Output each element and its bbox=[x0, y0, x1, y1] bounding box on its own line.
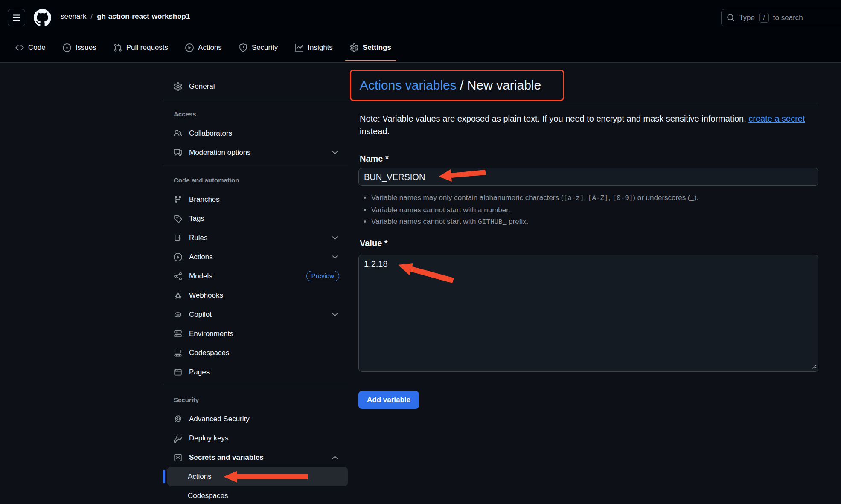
subhead-divider bbox=[358, 105, 818, 105]
search-box[interactable]: Type / to search bbox=[721, 9, 841, 26]
textarea-resize-handle[interactable] bbox=[811, 363, 817, 369]
global-nav-menu-button[interactable] bbox=[8, 9, 25, 26]
sidebar-item-label: Environments bbox=[189, 330, 233, 338]
title-current: New variable bbox=[467, 78, 541, 92]
sidebar-item-label: Pages bbox=[189, 368, 210, 377]
tab-label: Pull requests bbox=[126, 43, 168, 52]
play-icon bbox=[185, 43, 194, 52]
sidebar-item-collaborators[interactable]: Collaborators bbox=[162, 124, 350, 143]
sidebar-item-label: General bbox=[189, 82, 215, 91]
sidebar-item-moderation-options[interactable]: Moderation options bbox=[162, 143, 350, 162]
actions-variables-link[interactable]: Actions variables bbox=[360, 78, 457, 92]
ai-model-icon bbox=[174, 272, 182, 281]
people-icon bbox=[174, 129, 182, 138]
server-icon bbox=[174, 330, 182, 338]
key-icon bbox=[174, 434, 182, 443]
gear-icon bbox=[174, 82, 182, 91]
graph-icon bbox=[295, 43, 303, 52]
chevron-down-icon bbox=[331, 253, 339, 261]
codespaces-icon bbox=[174, 349, 182, 357]
add-variable-button[interactable]: Add variable bbox=[358, 391, 419, 409]
sidebar-item-label: Branches bbox=[189, 195, 220, 204]
sidebar-item-label: Codespaces bbox=[189, 349, 230, 357]
sidebar-item-label: Models bbox=[189, 272, 212, 281]
tab-label: Issues bbox=[76, 43, 96, 52]
sidebar-item-tags[interactable]: Tags bbox=[162, 209, 350, 228]
chevron-down-icon bbox=[331, 234, 339, 242]
repo-nav: CodeIssuesPull requestsActionsSecurityIn… bbox=[0, 33, 841, 63]
sidebar-item-rules[interactable]: Rules bbox=[162, 228, 350, 247]
variable-name-input[interactable] bbox=[358, 168, 818, 186]
name-field-label: Name * bbox=[360, 154, 818, 164]
sidebar-item-models[interactable]: ModelsPreview bbox=[162, 266, 350, 286]
app-header: seenark / gh-action-react-workshop1 Type… bbox=[0, 0, 841, 33]
sidebar-item-label: Codespaces bbox=[188, 492, 228, 500]
sidebar-item-general[interactable]: General bbox=[162, 77, 350, 96]
tab-label: Code bbox=[28, 43, 46, 52]
sidebar-item-pages[interactable]: Pages bbox=[162, 362, 350, 382]
search-placeholder-suffix: to search bbox=[773, 14, 803, 22]
breadcrumb: seenark / gh-action-react-workshop1 bbox=[61, 0, 190, 33]
sidebar-divider bbox=[163, 165, 348, 165]
sidebar-item-actions[interactable]: Actions bbox=[162, 247, 350, 266]
value-field-label: Value * bbox=[360, 238, 818, 248]
sidebar-item-webhooks[interactable]: Webhooks bbox=[162, 286, 350, 305]
sidebar-subitem-actions[interactable]: Actions bbox=[167, 467, 348, 486]
tab-label: Security bbox=[252, 43, 278, 52]
shield-icon bbox=[239, 43, 247, 52]
sidebar-item-environments[interactable]: Environments bbox=[162, 324, 350, 343]
sidebar-item-label: Collaborators bbox=[189, 129, 232, 138]
sidebar-subitem-codespaces[interactable]: Codespaces bbox=[167, 486, 348, 504]
git-branch-icon bbox=[174, 195, 182, 204]
sidebar-item-codespaces[interactable]: Codespaces bbox=[162, 343, 350, 362]
tab-pull-requests[interactable]: Pull requests bbox=[107, 39, 175, 56]
tab-actions[interactable]: Actions bbox=[178, 39, 229, 56]
tab-security[interactable]: Security bbox=[232, 39, 285, 56]
note-text: Note: Variable values are exposed as pla… bbox=[360, 114, 748, 123]
sidebar-item-label: Deploy keys bbox=[189, 434, 229, 443]
sidebar-item-deploy-keys[interactable]: Deploy keys bbox=[162, 429, 350, 448]
breadcrumb-owner[interactable]: seenark bbox=[61, 12, 86, 21]
plain-text-note: Note: Variable values are exposed as pla… bbox=[360, 112, 818, 138]
sidebar-item-copilot[interactable]: Copilot bbox=[162, 305, 350, 324]
issue-opened-icon bbox=[63, 43, 71, 52]
sidebar-item-advanced-security[interactable]: Advanced Security bbox=[162, 409, 350, 429]
sidebar-section-code-and-automation: Code and automation bbox=[162, 171, 350, 190]
sidebar-item-label: Secrets and variables bbox=[189, 453, 264, 462]
github-logo[interactable] bbox=[34, 9, 51, 26]
codescan-icon bbox=[174, 415, 182, 423]
required-asterisk: * bbox=[384, 238, 388, 248]
name-rule: Variable names cannot start with GITHUB_… bbox=[371, 216, 818, 228]
code-icon bbox=[15, 43, 24, 52]
sidebar-item-label: Advanced Security bbox=[189, 415, 250, 423]
sidebar-item-label: Tags bbox=[189, 214, 204, 223]
tab-label: Settings bbox=[363, 43, 391, 52]
title-separator: / bbox=[457, 78, 467, 92]
sidebar-item-label: Webhooks bbox=[189, 291, 223, 300]
browser-icon bbox=[174, 368, 182, 377]
tab-settings[interactable]: Settings bbox=[343, 39, 398, 56]
slash-key-hint: / bbox=[759, 13, 769, 23]
tab-code[interactable]: Code bbox=[9, 39, 52, 56]
sidebar-item-label: Copilot bbox=[189, 310, 212, 319]
discussion-icon bbox=[174, 148, 182, 157]
tag-icon bbox=[174, 214, 182, 223]
gear-icon bbox=[350, 43, 358, 52]
chevron-down-icon bbox=[331, 310, 339, 319]
sidebar-item-label: Rules bbox=[189, 234, 207, 242]
variable-value-textarea[interactable]: 1.2.18 bbox=[358, 255, 818, 372]
tab-insights[interactable]: Insights bbox=[288, 39, 340, 56]
sidebar-divider bbox=[163, 385, 348, 385]
create-a-secret-link[interactable]: create a secret bbox=[748, 114, 805, 123]
sidebar-divider bbox=[163, 99, 348, 99]
sidebar-item-secrets-and-variables[interactable]: Secrets and variables bbox=[162, 448, 350, 467]
sidebar-item-branches[interactable]: Branches bbox=[162, 190, 350, 209]
preview-badge: Preview bbox=[306, 271, 339, 281]
rules-icon bbox=[174, 234, 182, 242]
breadcrumb-repo[interactable]: gh-action-react-workshop1 bbox=[97, 12, 190, 21]
breadcrumb-separator: / bbox=[90, 12, 93, 21]
sidebar-section-access: Access bbox=[162, 104, 350, 124]
name-rule: Variable names cannot start with a numbe… bbox=[371, 204, 818, 216]
tab-issues[interactable]: Issues bbox=[56, 39, 103, 56]
git-pull-request-icon bbox=[113, 43, 122, 52]
